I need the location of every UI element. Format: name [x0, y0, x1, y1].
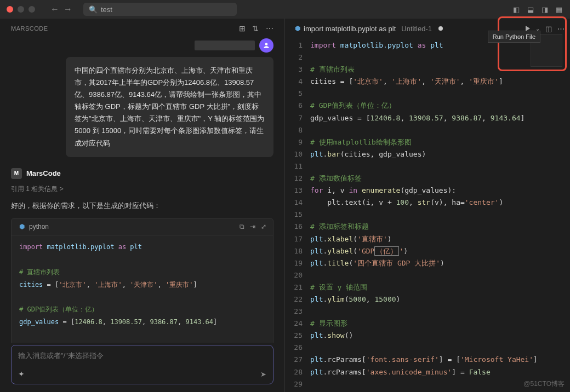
layout-grid-icon[interactable]: ▦ [555, 5, 563, 14]
chat-input[interactable]: 输入消息或者"/"来选择指令 ✦ ➤ [11, 345, 273, 384]
expand-code-icon[interactable]: ⤢ [261, 223, 266, 230]
close-window-icon[interactable] [7, 6, 13, 13]
layout-left-icon[interactable]: ◧ [512, 5, 521, 14]
nav-arrows: ← → [50, 4, 72, 14]
chat-content: 中国的四个直辖市分别为北京市、上海市、天津市和重庆市，其2017年上半年的GDP… [0, 38, 284, 343]
copy-code-icon[interactable]: ⧉ [240, 223, 244, 230]
back-icon[interactable]: ← [50, 4, 59, 14]
unsaved-dot-icon [438, 26, 443, 31]
split-editor-icon[interactable]: ◫ [545, 25, 552, 33]
tab-subtitle: Untitled-1 [401, 25, 432, 33]
assistant-section: M MarsCode 引用 1 相关信息 > 好的，根据你的需求，以下是生成的对… [11, 168, 273, 343]
svg-point-0 [265, 43, 268, 45]
line-gutter: 1234567891011121314151617181920212223242… [285, 39, 310, 392]
code-content: import matplotlib.pyplot as plt # 直辖市列表 … [310, 39, 570, 392]
tab-bar: ⬢ import matplotlib.pyplot as plt Untitl… [285, 19, 570, 38]
user-message: 中国的四个直辖市分别为北京市、上海市、天津市和重庆市，其2017年上半年的GDP… [66, 57, 273, 157]
assistant-reply: 好的，根据你的需求，以下是生成的对应代码： [11, 200, 273, 212]
user-avatar [259, 38, 273, 53]
code-lang-label: python [29, 223, 49, 230]
minimize-window-icon[interactable] [18, 6, 24, 13]
window-controls [7, 6, 35, 13]
search-input[interactable]: 🔍 test [83, 3, 237, 16]
code-block: ⬢ python ⧉ ⇥ ⤢ import matplotlib.pyplot … [11, 218, 273, 343]
loading-icon: ✦ [18, 370, 25, 378]
python-file-icon: ⬢ [295, 25, 300, 32]
more-actions-icon[interactable]: ⋯ [557, 25, 565, 33]
marscode-icon: M [11, 168, 22, 179]
more-icon[interactable]: ⋯ [266, 24, 274, 33]
search-icon: 🔍 [89, 5, 98, 14]
chat-panel: MARSCODE ⊞ ⇅ ⋯ 中国的四个直辖市分别为北京市、上海市、天津市和重庆… [0, 19, 285, 392]
assistant-name: MarsCode [26, 169, 61, 177]
main-area: MARSCODE ⊞ ⇅ ⋯ 中国的四个直辖市分别为北京市、上海市、天津市和重庆… [0, 19, 570, 392]
editor-panel: ⬢ import matplotlib.pyplot as plt Untitl… [285, 19, 570, 392]
redacted-bar [195, 41, 255, 50]
new-chat-icon[interactable]: ⊞ [239, 24, 246, 33]
editor-tab[interactable]: ⬢ import matplotlib.pyplot as plt Untitl… [290, 19, 447, 38]
watermark: @51CTO博客 [523, 379, 565, 389]
layout-bottom-icon[interactable]: ⬓ [526, 5, 535, 14]
code-editor[interactable]: 1234567891011121314151617181920212223242… [285, 38, 570, 392]
insert-code-icon[interactable]: ⇥ [250, 223, 255, 230]
panel-header: MARSCODE ⊞ ⇅ ⋯ [0, 19, 284, 38]
titlebar-actions: ◧ ⬓ ◨ ▦ [512, 5, 563, 14]
tab-filename: import matplotlib.pyplot as plt [304, 25, 396, 33]
run-tooltip: Run Python File [488, 31, 540, 43]
maximize-window-icon[interactable] [29, 6, 35, 13]
titlebar: ← → 🔍 test ◧ ⬓ ◨ ▦ [0, 0, 570, 19]
citation-link[interactable]: 引用 1 相关信息 > [11, 185, 273, 194]
forward-icon[interactable]: → [64, 4, 72, 14]
python-icon: ⬢ [18, 223, 26, 230]
settings-icon[interactable]: ⇅ [252, 24, 259, 33]
send-icon[interactable]: ➤ [260, 370, 266, 378]
layout-right-icon[interactable]: ◨ [540, 5, 549, 14]
input-placeholder: 输入消息或者"/"来选择指令 [18, 351, 266, 361]
search-value: test [101, 5, 112, 14]
panel-title: MARSCODE [11, 25, 48, 32]
code-body: import matplotlib.pyplot as plt # 直辖市列表 … [12, 235, 273, 343]
